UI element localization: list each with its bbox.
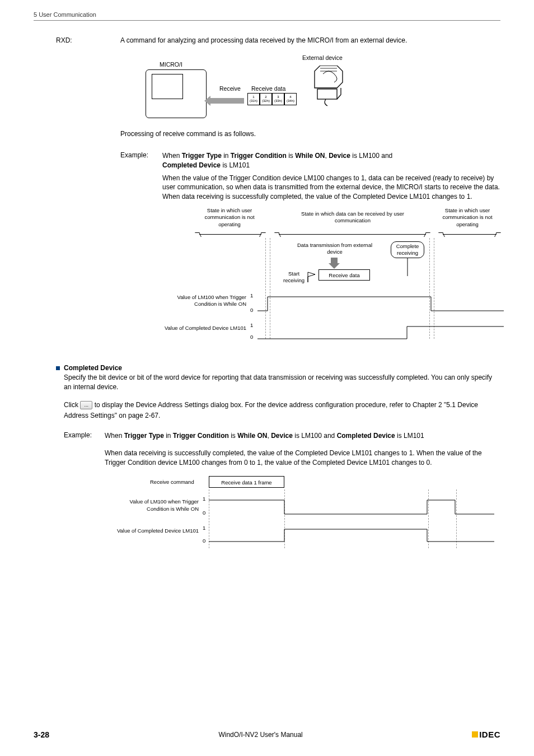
external-device-label: External device <box>302 54 343 61</box>
receive-label: Receive <box>219 85 241 92</box>
arrow-left-icon <box>210 98 244 104</box>
lm100-wave <box>257 294 504 314</box>
processing-text: Processing of receive command is as foll… <box>120 130 500 138</box>
start-receiving-label: Start receiving <box>280 270 308 284</box>
flag-icon <box>306 271 317 283</box>
byte-row: 1(31h) 2(32h) 3(33h) 4(34h) <box>247 93 297 105</box>
timing-diagram-2: Receive command Receive data 1 frame Val… <box>106 476 500 554</box>
example-body: When Trigger Type in Trigger Condition i… <box>162 151 500 170</box>
level-1: 1 <box>203 496 205 502</box>
level-0: 0 <box>250 334 253 340</box>
example-2: Example: When Trigger Type in Trigger Co… <box>64 431 500 441</box>
level-0: 0 <box>203 538 205 544</box>
level-1: 1 <box>250 322 253 328</box>
state-3-label: State in which user communication is not… <box>434 207 501 228</box>
complete-receiving-box: Complete receiving <box>391 241 424 258</box>
page-footer: 3-28 WindO/I-NV2 User's Manual IDEC <box>34 730 500 739</box>
level-0: 0 <box>250 307 253 313</box>
level-1: 1 <box>203 525 205 531</box>
example-1-desc: When the value of the Trigger Condition … <box>162 174 500 202</box>
ellipsis-button[interactable]: ... <box>80 401 92 409</box>
svg-rect-0 <box>317 89 337 99</box>
footer-title: WindO/I-NV2 User's Manual <box>218 731 302 739</box>
example-1: Example: When Trigger Type in Trigger Co… <box>120 151 500 170</box>
section-header: 5 User Communication <box>34 11 500 18</box>
lm100-label: Value of LM100 when Trigger Condition is… <box>154 294 246 308</box>
completed-device-para1: Specify the bit device or bit of the wor… <box>64 373 500 392</box>
microi-screen <box>152 74 183 99</box>
logo-square-icon <box>472 731 478 738</box>
diagram-receive: External device MICRO/I Receive Receive … <box>146 54 500 130</box>
example-label: Example: <box>64 431 105 441</box>
rxd-description: A command for analyzing and processing d… <box>120 36 500 44</box>
microi-label: MICRO/I <box>160 61 182 68</box>
bullet-icon <box>56 366 60 370</box>
header-rule <box>34 20 500 21</box>
completed-device-para2: Click ... to display the Device Address … <box>64 400 500 421</box>
lm100-wave-2 <box>209 497 494 517</box>
lm101-label: Value of Completed Device LM101 <box>106 528 199 534</box>
lm101-wave <box>257 324 504 342</box>
lm101-label: Value of Completed Device LM101 <box>154 325 246 332</box>
receive-data-frame-box: Receive data 1 frame <box>209 476 284 488</box>
lm100-label: Value of LM100 when Trigger Condition is… <box>106 498 199 512</box>
receive-command-label: Receive command <box>150 479 194 485</box>
lm101-wave-2 <box>209 526 494 544</box>
receive-data-box: Receive data <box>318 269 370 281</box>
example-2-desc: When data receiving is successfully comp… <box>105 449 500 468</box>
level-1: 1 <box>250 292 253 298</box>
timing-diagram-1: State in which user communication is not… <box>132 207 500 346</box>
state-2-label: State in which data can be received by u… <box>299 211 406 225</box>
data-transmission-label: Data transmission from external device <box>296 242 374 256</box>
example-label: Example: <box>120 151 162 170</box>
level-0: 0 <box>203 510 205 516</box>
arrow-down-icon <box>331 258 338 263</box>
state-1-label: State in which user communication is not… <box>196 207 263 228</box>
idec-logo: IDEC <box>472 730 500 739</box>
completed-device-title: Completed Device <box>64 364 122 372</box>
rxd-label: RXD: <box>56 36 120 44</box>
printer-icon <box>312 66 351 108</box>
example-body: When Trigger Type in Trigger Condition i… <box>105 431 500 441</box>
complete-line <box>406 258 417 277</box>
page-number: 3-28 <box>34 730 49 739</box>
microi-outer <box>146 69 207 118</box>
receive-data-label: Receive data <box>251 85 285 92</box>
